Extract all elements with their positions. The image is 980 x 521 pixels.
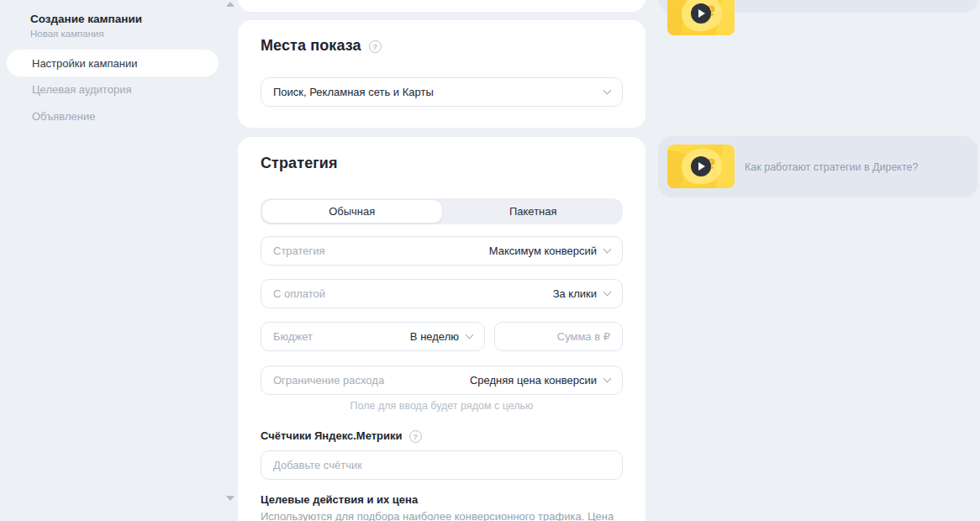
tab-package[interactable]: Пакетная	[444, 198, 624, 224]
budget-period-label: Бюджет	[273, 330, 313, 343]
placements-select-value: Поиск, Рекламная сеть и Карты	[273, 86, 434, 98]
spend-limit-select[interactable]: Ограничение расхода Средняя цена конверс…	[261, 366, 623, 395]
scroll-up-icon[interactable]	[226, 2, 234, 7]
scroll-down-icon[interactable]	[226, 496, 234, 501]
goals-title: Целевые действия и их цена	[261, 493, 418, 506]
sidebar-item-target-audience[interactable]: Целевая аудитория	[32, 83, 131, 96]
budget-period-select[interactable]: Бюджет В неделю	[261, 322, 485, 351]
goal-input-helper-text: Поле для ввода будет рядом с целью	[238, 400, 645, 412]
help-card-label: Как работают стратегии в Директе?	[745, 136, 918, 197]
strategy-card: Стратегия Обычная Пакетная Стратегия Мак…	[238, 137, 645, 521]
strategy-tabs: Обычная Пакетная	[261, 198, 623, 224]
content-card-partial	[238, 0, 645, 12]
budget-period-value: В неделю	[410, 330, 459, 343]
sidebar-item-campaign-settings[interactable]: Настройки кампании	[7, 50, 219, 76]
video-thumbnail: ₽	[667, 145, 735, 188]
play-icon	[691, 156, 711, 176]
counter-input[interactable]	[261, 450, 623, 480]
strategy-select[interactable]: Стратегия Максимум конверсий	[261, 236, 623, 266]
video-thumbnail: ₽	[667, 0, 735, 35]
sidebar: Создание кампании Новая кампания Настрой…	[0, 0, 224, 521]
budget-sum-input[interactable]	[494, 322, 623, 351]
page-title: Создание кампании	[30, 13, 142, 25]
payment-model-select[interactable]: С оплатой За клики	[261, 279, 623, 308]
strategy-select-value: Максимум конверсий	[489, 245, 597, 257]
play-icon	[691, 3, 711, 24]
payment-model-label: С оплатой	[273, 287, 325, 300]
spend-limit-label: Ограничение расхода	[273, 374, 384, 387]
payment-model-value: За клики	[553, 287, 597, 300]
tab-regular[interactable]: Обычная	[261, 199, 443, 224]
sidebar-item-ad[interactable]: Объявление	[32, 110, 95, 123]
goals-description: Используются для подбора наиболее конвер…	[261, 509, 623, 521]
chevron-down-icon	[603, 288, 612, 297]
chevron-down-icon	[603, 87, 612, 95]
placements-select[interactable]: Поиск, Рекламная сеть и Карты	[261, 77, 623, 107]
help-card-partial[interactable]: ₽	[658, 0, 977, 13]
metrika-help-icon[interactable]: ?	[409, 430, 422, 443]
metrika-counters-label: Счётчики Яндекс.Метрики	[261, 429, 403, 442]
placements-card: Места показа ? Поиск, Рекламная сеть и К…	[238, 20, 645, 128]
strategy-title: Стратегия	[261, 155, 338, 172]
chevron-down-icon	[603, 375, 612, 383]
spend-limit-value: Средняя цена конверсии	[470, 374, 597, 387]
placements-title: Места показа	[261, 37, 361, 55]
page-subtitle: Новая кампания	[30, 29, 104, 39]
chevron-down-icon	[466, 331, 474, 339]
strategy-select-label: Стратегия	[273, 245, 325, 257]
placements-help-icon[interactable]: ?	[369, 40, 382, 53]
chevron-down-icon	[603, 245, 612, 254]
help-card-strategies-video[interactable]: ₽ Как работают стратегии в Директе?	[658, 136, 977, 197]
